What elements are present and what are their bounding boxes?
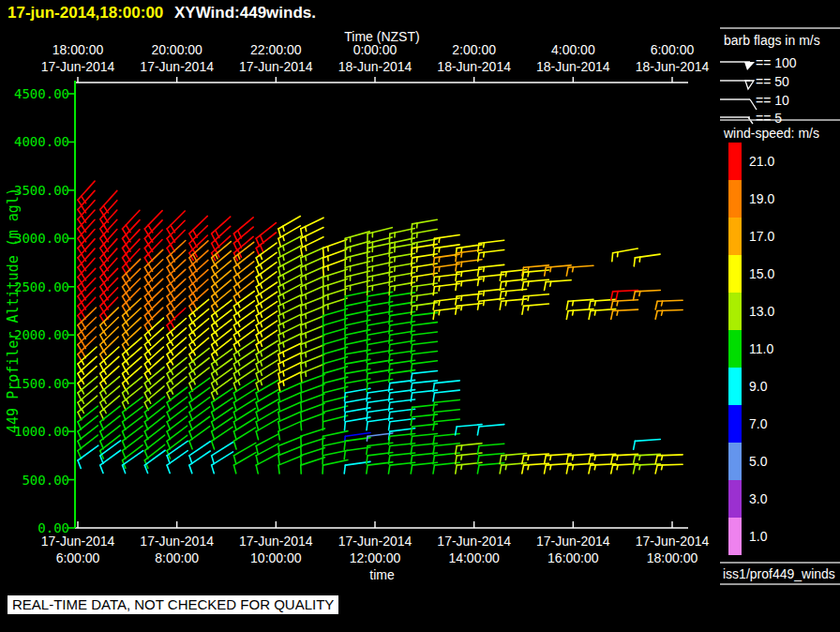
wind-barb <box>301 248 324 266</box>
bottom-tick-time: 10:00:00 <box>224 550 327 565</box>
colorbar-segment <box>728 443 742 480</box>
bottom-tick-time: 16:00:00 <box>521 550 624 565</box>
top-tick-date: 18-Jun-2014 <box>621 59 724 74</box>
colorbar-label: 3.0 <box>749 491 805 506</box>
wind-barb <box>301 227 323 247</box>
colorbar-label: 13.0 <box>749 304 805 319</box>
wind-barb <box>256 444 278 463</box>
wind-barb <box>256 369 278 391</box>
colorbar-segment <box>728 255 742 293</box>
wind-barb <box>322 415 347 430</box>
colorbar-segment <box>728 143 742 180</box>
data-source-label: iss1/prof449_winds <box>723 566 840 581</box>
wind-barb <box>301 277 324 295</box>
bottom-tick-time: 14:00:00 <box>423 550 526 565</box>
wind-barb <box>477 425 503 435</box>
top-tick-date: 17-Jun-2014 <box>26 59 129 74</box>
top-tick-date: 18-Jun-2014 <box>423 59 526 74</box>
wind-barb <box>278 343 301 363</box>
wind-barb <box>278 275 301 294</box>
wind-barb <box>301 414 324 430</box>
wind-barb <box>256 399 278 420</box>
wind-barb <box>612 248 638 262</box>
top-tick-time: 22:00:00 <box>224 42 327 57</box>
wind-barb <box>278 392 302 411</box>
wind-barb <box>212 452 233 474</box>
colorbar-label: 21.0 <box>749 154 805 169</box>
wind-barb <box>233 443 255 463</box>
wind-barb <box>278 226 300 247</box>
colorbar-label: 9.0 <box>749 379 805 394</box>
top-tick-time: 0:00:00 <box>323 42 427 57</box>
wind-barb <box>634 291 661 300</box>
wind-barb <box>256 340 278 362</box>
page-title: XYWind:449winds. <box>174 4 316 23</box>
barb-flag-label: == 5 <box>756 111 782 126</box>
top-tick-date: 18-Jun-2014 <box>323 59 427 74</box>
x-axis-label: time <box>323 567 441 582</box>
bottom-tick-date: 17-Jun-2014 <box>621 534 724 549</box>
wind-barb <box>545 280 572 291</box>
wind-barb <box>278 353 301 372</box>
colorbar-segment <box>728 330 742 368</box>
wind-barb <box>233 380 255 401</box>
colorbar-label: 1.0 <box>749 529 805 544</box>
wind-barb <box>278 265 301 285</box>
wind-barb <box>301 218 323 237</box>
colorbar-label: 7.0 <box>749 416 805 431</box>
wind-barb <box>212 443 233 464</box>
wind-barb <box>256 360 278 382</box>
wind-barb <box>278 256 301 276</box>
top-tick-date: 18-Jun-2014 <box>521 59 624 74</box>
barb-legend-header: barb flags in m/s <box>724 33 820 48</box>
colorbar-segment <box>728 368 742 405</box>
wind-barb <box>634 440 661 450</box>
top-tick-time: 6:00:00 <box>621 42 724 57</box>
wind-barb <box>233 409 255 430</box>
colorbar-segment <box>728 518 742 555</box>
wind-barb <box>611 309 638 319</box>
wind-barb <box>278 284 301 304</box>
barb-flag-glyph <box>744 62 755 70</box>
top-tick-time: 18:00:00 <box>26 42 129 57</box>
wind-barb <box>256 409 278 429</box>
wind-barb <box>189 451 210 474</box>
wind-barb <box>655 464 682 474</box>
wind-barb <box>278 334 301 354</box>
wind-barb <box>301 458 325 474</box>
quality-banner: REAL-TIME DATA, NOT CHECKED FOR QUALITY <box>8 595 338 614</box>
colorbar-segment <box>728 405 742 443</box>
top-tick-date: 17-Jun-2014 <box>126 59 229 74</box>
wind-barb <box>233 453 255 474</box>
wind-barb <box>278 295 301 315</box>
wind-barb <box>278 421 302 440</box>
wind-barb <box>278 305 301 324</box>
colorbar-segment <box>728 480 742 518</box>
wind-barb <box>522 304 548 314</box>
barb-flag-label: == 100 <box>756 55 797 70</box>
wind-barb <box>233 399 255 420</box>
wind-profiler-window: 17-jun-2014,18:00:00 XYWind:449winds. Ti… <box>0 0 840 632</box>
colorbar-label: 5.0 <box>749 454 805 469</box>
wind-barb <box>611 300 638 309</box>
wind-barb <box>278 324 301 343</box>
wind-barb <box>256 453 278 473</box>
barb-flag-glyph <box>745 81 754 89</box>
wind-barb <box>256 380 278 400</box>
wind-barb <box>278 456 302 474</box>
bottom-tick-date: 17-Jun-2014 <box>224 534 327 549</box>
top-tick-time: 20:00:00 <box>126 42 229 57</box>
wind-barb <box>655 455 682 464</box>
wind-barb <box>278 236 301 256</box>
wind-barb <box>278 402 302 421</box>
wind-barb <box>256 351 278 372</box>
wind-barb <box>233 418 255 440</box>
wind-barb <box>301 257 324 276</box>
barb-flag-label: == 50 <box>756 74 789 89</box>
bottom-tick-time: 18:00:00 <box>621 550 724 565</box>
wind-barb <box>144 450 165 473</box>
wind-barb <box>278 217 300 237</box>
wind-barb <box>634 254 660 266</box>
wind-barb <box>123 451 143 474</box>
colorbar-segment <box>728 293 742 330</box>
